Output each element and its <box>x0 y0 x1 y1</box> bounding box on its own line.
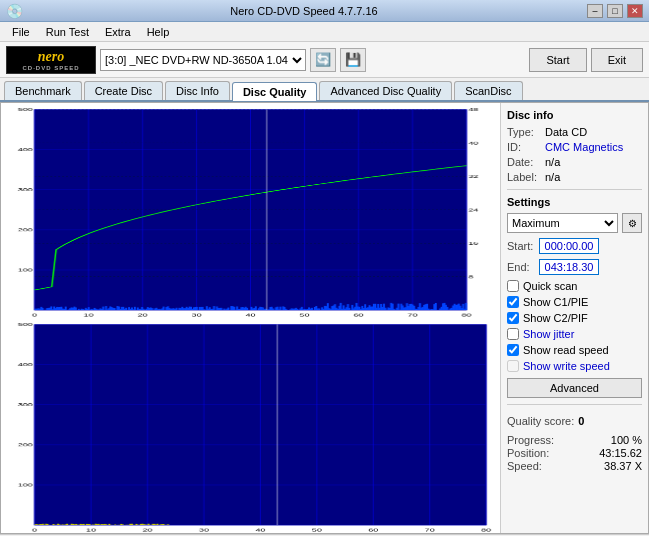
disc-info-title: Disc info <box>507 109 642 121</box>
title-bar: 💿 Nero CD-DVD Speed 4.7.7.16 – □ ✕ <box>0 0 649 22</box>
minimize-button[interactable]: – <box>587 4 603 18</box>
tab-scandisc[interactable]: ScanDisc <box>454 81 522 100</box>
exit-button[interactable]: Exit <box>591 48 643 72</box>
show-c1-row: Show C1/PIE <box>507 296 642 308</box>
speed-label: Speed: <box>507 460 542 472</box>
disc-id-value: CMC Magnetics <box>545 141 623 153</box>
charts-area <box>1 103 500 533</box>
app-logo: nero CD·DVD SPEED <box>6 46 96 74</box>
show-write-speed-checkbox[interactable] <box>507 360 519 372</box>
position-label: Position: <box>507 447 549 459</box>
divider-1 <box>507 189 642 190</box>
disc-id-label: ID: <box>507 141 541 153</box>
disc-date-label: Date: <box>507 156 541 168</box>
save-button[interactable]: 💾 <box>340 48 366 72</box>
show-c1-checkbox[interactable] <box>507 296 519 308</box>
show-write-speed-row: Show write speed <box>507 360 642 372</box>
quality-score-row: Quality score: 0 <box>507 415 642 427</box>
disc-date-row: Date: n/a <box>507 156 642 168</box>
quick-scan-label: Quick scan <box>523 280 577 292</box>
show-c2-row: Show C2/PIF <box>507 312 642 324</box>
quality-score-label: Quality score: <box>507 415 574 427</box>
progress-label: Progress: <box>507 434 554 446</box>
tab-benchmark[interactable]: Benchmark <box>4 81 82 100</box>
speed-select[interactable]: Maximum 2x 4x 8x <box>507 213 618 233</box>
progress-row: Progress: 100 % <box>507 434 642 446</box>
show-read-speed-row: Show read speed <box>507 344 642 356</box>
disc-type-label: Type: <box>507 126 541 138</box>
progress-value: 100 % <box>611 434 642 446</box>
tab-advanced-disc-quality[interactable]: Advanced Disc Quality <box>319 81 452 100</box>
disc-type-value: Data CD <box>545 126 587 138</box>
bottom-chart <box>5 322 496 535</box>
maximize-button[interactable]: □ <box>607 4 623 18</box>
disc-type-row: Type: Data CD <box>507 126 642 138</box>
menu-bar: File Run Test Extra Help <box>0 22 649 42</box>
speed-value: 38.37 X <box>604 460 642 472</box>
start-button[interactable]: Start <box>529 48 586 72</box>
disc-date-value: n/a <box>545 156 560 168</box>
quick-scan-checkbox[interactable] <box>507 280 519 292</box>
show-jitter-row: Show jitter <box>507 328 642 340</box>
title-text: Nero CD-DVD Speed 4.7.7.16 <box>23 5 585 17</box>
settings-title: Settings <box>507 196 642 208</box>
end-label: End: <box>507 261 535 273</box>
disc-label-row: Label: n/a <box>507 171 642 183</box>
top-chart <box>5 107 496 320</box>
advanced-button[interactable]: Advanced <box>507 378 642 398</box>
settings-icon-button[interactable]: ⚙ <box>622 213 642 233</box>
speed-row: Speed: 38.37 X <box>507 460 642 472</box>
progress-section: Progress: 100 % Position: 43:15.62 Speed… <box>507 434 642 473</box>
quality-score-value: 0 <box>578 415 584 427</box>
tabs: Benchmark Create Disc Disc Info Disc Qua… <box>0 78 649 102</box>
menu-extra[interactable]: Extra <box>97 24 139 40</box>
right-panel: Disc info Type: Data CD ID: CMC Magnetic… <box>500 103 648 533</box>
close-button[interactable]: ✕ <box>627 4 643 18</box>
position-value: 43:15.62 <box>599 447 642 459</box>
tab-disc-quality[interactable]: Disc Quality <box>232 82 318 101</box>
end-value: 043:18.30 <box>539 259 599 275</box>
show-read-speed-checkbox[interactable] <box>507 344 519 356</box>
start-value: 000:00.00 <box>539 238 599 254</box>
refresh-button[interactable]: 🔄 <box>310 48 336 72</box>
position-row: Position: 43:15.62 <box>507 447 642 459</box>
disc-label-label: Label: <box>507 171 541 183</box>
toolbar: nero CD·DVD SPEED [3:0] _NEC DVD+RW ND-3… <box>0 42 649 78</box>
tab-disc-info[interactable]: Disc Info <box>165 81 230 100</box>
tab-create-disc[interactable]: Create Disc <box>84 81 163 100</box>
main-content: Disc info Type: Data CD ID: CMC Magnetic… <box>0 102 649 534</box>
show-jitter-checkbox[interactable] <box>507 328 519 340</box>
show-jitter-label: Show jitter <box>523 328 574 340</box>
show-c1-label: Show C1/PIE <box>523 296 588 308</box>
disc-label-value: n/a <box>545 171 560 183</box>
disc-id-row: ID: CMC Magnetics <box>507 141 642 153</box>
end-time-row: End: 043:18.30 <box>507 259 642 275</box>
divider-2 <box>507 404 642 405</box>
show-read-speed-label: Show read speed <box>523 344 609 356</box>
quick-scan-row: Quick scan <box>507 280 642 292</box>
app-icon: 💿 <box>6 3 23 19</box>
show-c2-label: Show C2/PIF <box>523 312 588 324</box>
menu-run-test[interactable]: Run Test <box>38 24 97 40</box>
start-label: Start: <box>507 240 535 252</box>
menu-help[interactable]: Help <box>139 24 178 40</box>
speed-settings-row: Maximum 2x 4x 8x ⚙ <box>507 213 642 233</box>
start-time-row: Start: 000:00.00 <box>507 238 642 254</box>
drive-select[interactable]: [3:0] _NEC DVD+RW ND-3650A 1.04 <box>100 49 306 71</box>
show-write-speed-label: Show write speed <box>523 360 610 372</box>
menu-file[interactable]: File <box>4 24 38 40</box>
show-c2-checkbox[interactable] <box>507 312 519 324</box>
